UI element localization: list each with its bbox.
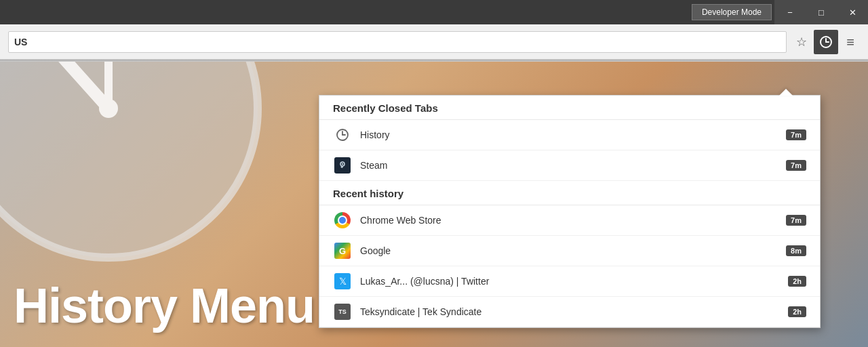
- list-item[interactable]: Steam 7m: [319, 150, 820, 181]
- list-item[interactable]: 𝕏 Lukas_Ar... (@lucsna) | Twitter 2h: [319, 266, 820, 297]
- history-tab-icon: [333, 125, 352, 144]
- teks-icon: TS: [333, 302, 352, 321]
- menu-button[interactable]: ≡: [838, 30, 863, 54]
- titlebar: Developer Mode − □ ✕: [0, 0, 868, 24]
- teks-time: 2h: [788, 306, 806, 317]
- list-item[interactable]: History 7m: [319, 120, 820, 150]
- bookmark-button[interactable]: ☆: [789, 30, 814, 54]
- steam-tab-label: Steam: [360, 160, 781, 171]
- twitter-label: Lukas_Ar... (@lucsna) | Twitter: [360, 276, 783, 287]
- address-text: US: [14, 37, 27, 47]
- list-item[interactable]: G Google 8m: [319, 236, 820, 266]
- developer-mode-button[interactable]: Developer Mode: [692, 4, 772, 20]
- svg-point-12: [342, 163, 343, 165]
- twitter-logo: 𝕏: [334, 273, 351, 289]
- chrome-store-time: 7m: [786, 215, 806, 226]
- chrome-logo: [334, 212, 351, 228]
- google-label: Google: [360, 245, 781, 256]
- bookmark-icon: ☆: [796, 35, 807, 49]
- twitter-time: 2h: [788, 276, 806, 287]
- google-logo: G: [334, 243, 351, 259]
- history-dropdown: Recently Closed Tabs History 7m St: [319, 95, 821, 328]
- address-bar[interactable]: US: [8, 31, 787, 53]
- svg-point-3: [99, 99, 118, 118]
- recently-closed-header: Recently Closed Tabs: [319, 96, 820, 120]
- steam-tab-time: 7m: [786, 160, 806, 171]
- google-time: 8m: [786, 245, 806, 256]
- teks-logo: TS: [334, 304, 351, 320]
- history-tab-time: 7m: [786, 129, 806, 140]
- list-item[interactable]: TS Teksyndicate | Tek Syndicate 2h: [319, 297, 820, 327]
- history-menu-overlay-text: History Menu: [14, 278, 315, 333]
- menu-icon: ≡: [846, 35, 854, 49]
- toolbar-separator: [0, 60, 868, 62]
- google-icon: G: [333, 241, 352, 260]
- minimize-button[interactable]: −: [774, 0, 806, 24]
- recent-history-header: Recent history: [319, 181, 820, 205]
- close-button[interactable]: ✕: [837, 0, 868, 24]
- maximize-button[interactable]: □: [806, 0, 837, 24]
- chrome-store-icon: [333, 211, 352, 230]
- history-button[interactable]: [814, 30, 838, 54]
- browser-toolbar: US ☆ ≡: [0, 24, 868, 60]
- list-item[interactable]: Chrome Web Store 7m: [319, 205, 820, 236]
- dropdown-arrow: [779, 89, 793, 96]
- steam-logo: [334, 157, 351, 174]
- history-tab-label: History: [360, 129, 781, 140]
- history-icon: [819, 35, 833, 49]
- chrome-store-label: Chrome Web Store: [360, 215, 781, 226]
- steam-tab-icon: [333, 156, 352, 175]
- teks-label: Teksyndicate | Tek Syndicate: [360, 306, 783, 317]
- twitter-icon: 𝕏: [333, 272, 352, 291]
